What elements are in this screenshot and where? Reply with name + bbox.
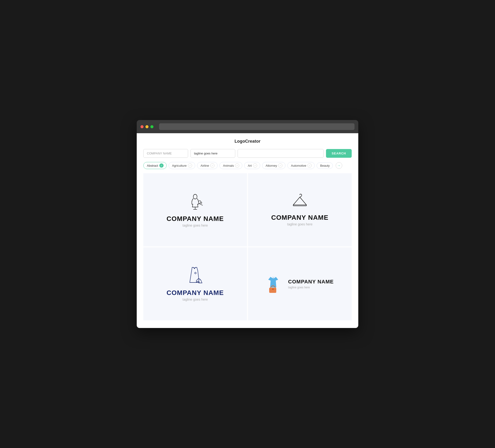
logo-card-4[interactable]: COMPANY NAME tagline goes here: [248, 247, 352, 321]
search-row: SEARCH: [143, 149, 352, 158]
filter-next-button[interactable]: →: [336, 162, 342, 169]
filter-check-agriculture: ✓: [188, 163, 192, 168]
filter-chip-agriculture[interactable]: Agriculture ✓: [168, 162, 195, 169]
filter-label-automotive: Automotive: [291, 164, 306, 168]
logo2-tagline: tagline goes here: [271, 222, 329, 226]
logo4-company: COMPANY NAME: [288, 279, 333, 285]
logo-card-1[interactable]: COMPANY NAME tagline goes here: [143, 173, 247, 246]
company-name-input[interactable]: [143, 149, 188, 158]
filter-chip-airline[interactable]: Airline ✓: [197, 162, 218, 169]
filter-chip-animals[interactable]: Animals ✓: [220, 162, 242, 169]
hanger-icon: [271, 194, 329, 211]
svg-point-5: [199, 203, 200, 204]
filter-label-airline: Airline: [201, 164, 209, 168]
filter-label-animals: Animals: [223, 164, 234, 168]
logo-content-1: COMPANY NAME tagline goes here: [167, 192, 224, 227]
filter-label-beauty: Beauty: [320, 164, 330, 168]
filter-chip-beauty[interactable]: Beauty: [316, 162, 333, 169]
svg-rect-9: [269, 288, 276, 293]
filter-chip-art[interactable]: Art ✓: [244, 162, 260, 169]
search-button[interactable]: SEARCH: [326, 149, 352, 158]
svg-point-0: [193, 194, 197, 199]
bag-shirt-icon: [266, 274, 285, 293]
maximize-button[interactable]: [150, 125, 153, 128]
logo-grid: COMPANY NAME tagline goes here: [143, 173, 352, 321]
filter-row: Abstract ✓ Agriculture ✓ Airline ✓ Anima…: [143, 162, 352, 169]
app-body: LogoCreator SEARCH Abstract ✓ Agricultur…: [137, 133, 358, 328]
logo3-company: COMPANY NAME: [167, 289, 224, 297]
logo-card-3[interactable]: COMPANY NAME tagline goes here: [143, 247, 247, 321]
svg-line-4: [199, 204, 203, 205]
logo-content-3: COMPANY NAME tagline goes here: [167, 266, 224, 301]
filter-check-animals: ✓: [235, 163, 239, 168]
filter-label-abstract: Abstract: [147, 164, 158, 168]
filter-check-airline: ✓: [210, 163, 215, 168]
logo-card-2[interactable]: COMPANY NAME tagline goes here: [248, 173, 352, 246]
filter-chip-abstract[interactable]: Abstract ✓: [143, 162, 167, 169]
close-button[interactable]: [140, 125, 144, 128]
logo-content-4: COMPANY NAME tagline goes here: [266, 274, 333, 293]
filter-label-art: Art: [248, 164, 252, 168]
logo1-company: COMPANY NAME: [167, 215, 224, 223]
filter-chip-attorney[interactable]: Attorney ✓: [262, 162, 286, 169]
logo-content-2: COMPANY NAME tagline goes here: [271, 194, 329, 226]
filter-check-attorney: ✓: [278, 163, 282, 168]
filter-check-automotive: ✓: [307, 163, 312, 168]
dress-heel-icon: [167, 266, 224, 286]
logo2-company: COMPANY NAME: [271, 214, 329, 221]
filter-chip-automotive[interactable]: Automotive ✓: [287, 162, 315, 169]
filter-label-attorney: Attorney: [266, 164, 277, 168]
app-title: LogoCreator: [143, 139, 352, 144]
app-window: LogoCreator SEARCH Abstract ✓ Agricultur…: [137, 120, 358, 328]
logo3-tagline: tagline goes here: [167, 298, 224, 301]
logo4-text-block: COMPANY NAME tagline goes here: [288, 279, 333, 289]
logo4-tagline: tagline goes here: [288, 286, 333, 289]
titlebar: [137, 120, 358, 133]
logo1-tagline: tagline goes here: [167, 224, 224, 227]
filter-check-art: ✓: [253, 163, 257, 168]
filter-check-abstract: ✓: [159, 163, 164, 168]
mannequin-icon: [167, 192, 224, 212]
url-bar[interactable]: [159, 123, 355, 130]
tagline-input[interactable]: [191, 149, 235, 158]
filter-label-agriculture: Agriculture: [172, 164, 187, 168]
minimize-button[interactable]: [145, 125, 149, 128]
keyword-input[interactable]: [238, 149, 324, 158]
